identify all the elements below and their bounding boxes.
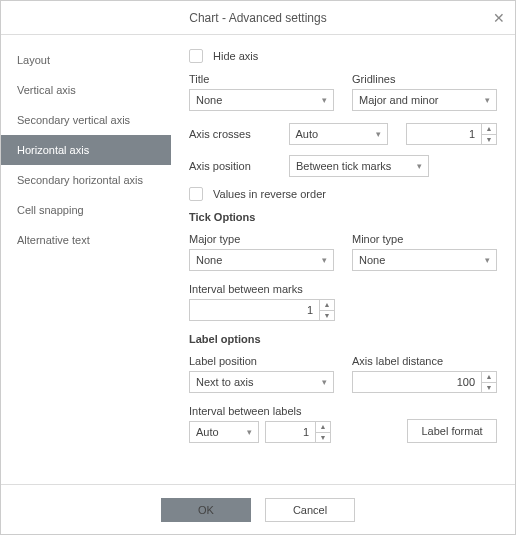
reverse-order-label: Values in reverse order — [213, 188, 326, 200]
interval-labels-select[interactable]: Auto ▾ — [189, 421, 259, 443]
axis-crosses-spinner[interactable]: 1 ▲▼ — [406, 123, 497, 145]
gridlines-select-value: Major and minor — [359, 94, 438, 106]
sidebar-item-cell-snapping[interactable]: Cell snapping — [1, 195, 171, 225]
gridlines-label: Gridlines — [352, 73, 497, 85]
minor-type-value: None — [359, 254, 385, 266]
chevron-down-icon: ▾ — [247, 427, 252, 437]
axis-position-label: Axis position — [189, 160, 289, 172]
chevron-down-icon: ▾ — [417, 161, 422, 171]
label-position-value: Next to axis — [196, 376, 253, 388]
sidebar-item-vertical-axis[interactable]: Vertical axis — [1, 75, 171, 105]
content-panel: Hide axis Title None ▾ Gridlines Major a… — [171, 35, 515, 484]
major-type-label: Major type — [189, 233, 334, 245]
sidebar: Layout Vertical axis Secondary vertical … — [1, 35, 171, 484]
ok-button[interactable]: OK — [161, 498, 251, 522]
hide-axis-checkbox[interactable] — [189, 49, 203, 63]
interval-labels-value: Auto — [196, 426, 219, 438]
cancel-button[interactable]: Cancel — [265, 498, 355, 522]
sidebar-item-secondary-vertical-axis[interactable]: Secondary vertical axis — [1, 105, 171, 135]
axis-crosses-value: Auto — [296, 128, 319, 140]
cancel-button-label: Cancel — [293, 504, 327, 516]
dialog-body: Layout Vertical axis Secondary vertical … — [1, 35, 515, 484]
hide-axis-label: Hide axis — [213, 50, 258, 62]
interval-marks-value[interactable]: 1 — [189, 299, 319, 321]
label-options-heading: Label options — [189, 333, 497, 345]
interval-marks-spinner[interactable]: 1 ▲▼ — [189, 299, 497, 321]
sidebar-item-alternative-text[interactable]: Alternative text — [1, 225, 171, 255]
dialog-title: Chart - Advanced settings — [189, 11, 326, 25]
sidebar-item-layout[interactable]: Layout — [1, 45, 171, 75]
chevron-down-icon: ▾ — [322, 377, 327, 387]
interval-labels-label: Interval between labels — [189, 405, 334, 417]
sidebar-item-horizontal-axis[interactable]: Horizontal axis — [1, 135, 171, 165]
spinner-up-icon[interactable]: ▲ — [482, 124, 496, 135]
axis-position-select[interactable]: Between tick marks ▾ — [289, 155, 429, 177]
spinner-up-icon[interactable]: ▲ — [482, 372, 496, 383]
title-label: Title — [189, 73, 334, 85]
axis-position-value: Between tick marks — [296, 160, 391, 172]
tick-options-heading: Tick Options — [189, 211, 497, 223]
dialog-titlebar: Chart - Advanced settings ✕ — [1, 1, 515, 35]
spinner-down-icon[interactable]: ▼ — [320, 311, 334, 321]
label-position-select[interactable]: Next to axis ▾ — [189, 371, 334, 393]
ok-button-label: OK — [198, 504, 214, 516]
spinner-down-icon[interactable]: ▼ — [482, 383, 496, 393]
reverse-order-checkbox[interactable] — [189, 187, 203, 201]
axis-crosses-num[interactable]: 1 — [406, 123, 481, 145]
chevron-down-icon: ▾ — [322, 255, 327, 265]
gridlines-select[interactable]: Major and minor ▾ — [352, 89, 497, 111]
dialog-footer: OK Cancel — [1, 484, 515, 534]
chevron-down-icon: ▾ — [376, 129, 381, 139]
chart-advanced-settings-dialog: Chart - Advanced settings ✕ Layout Verti… — [0, 0, 516, 535]
sidebar-item-secondary-horizontal-axis[interactable]: Secondary horizontal axis — [1, 165, 171, 195]
chevron-down-icon: ▾ — [485, 95, 490, 105]
spinner-up-icon[interactable]: ▲ — [316, 422, 330, 433]
title-select-value: None — [196, 94, 222, 106]
interval-marks-label: Interval between marks — [189, 283, 497, 295]
axis-label-distance-value[interactable]: 100 — [352, 371, 481, 393]
minor-type-label: Minor type — [352, 233, 497, 245]
major-type-select[interactable]: None ▾ — [189, 249, 334, 271]
minor-type-select[interactable]: None ▾ — [352, 249, 497, 271]
chevron-down-icon: ▾ — [485, 255, 490, 265]
spinner-up-icon[interactable]: ▲ — [320, 300, 334, 311]
major-type-value: None — [196, 254, 222, 266]
axis-label-distance-label: Axis label distance — [352, 355, 497, 367]
interval-labels-spinner[interactable]: 1 ▲▼ — [265, 421, 331, 443]
axis-crosses-label: Axis crosses — [189, 128, 289, 140]
chevron-down-icon: ▾ — [322, 95, 327, 105]
axis-label-distance-spinner[interactable]: 100 ▲▼ — [352, 371, 497, 393]
axis-crosses-select[interactable]: Auto ▾ — [289, 123, 389, 145]
label-format-button-label: Label format — [421, 425, 482, 437]
close-icon[interactable]: ✕ — [493, 11, 505, 25]
label-format-button[interactable]: Label format — [407, 419, 497, 443]
spinner-down-icon[interactable]: ▼ — [316, 433, 330, 443]
interval-labels-num[interactable]: 1 — [265, 421, 315, 443]
title-select[interactable]: None ▾ — [189, 89, 334, 111]
label-position-label: Label position — [189, 355, 334, 367]
spinner-down-icon[interactable]: ▼ — [482, 135, 496, 145]
